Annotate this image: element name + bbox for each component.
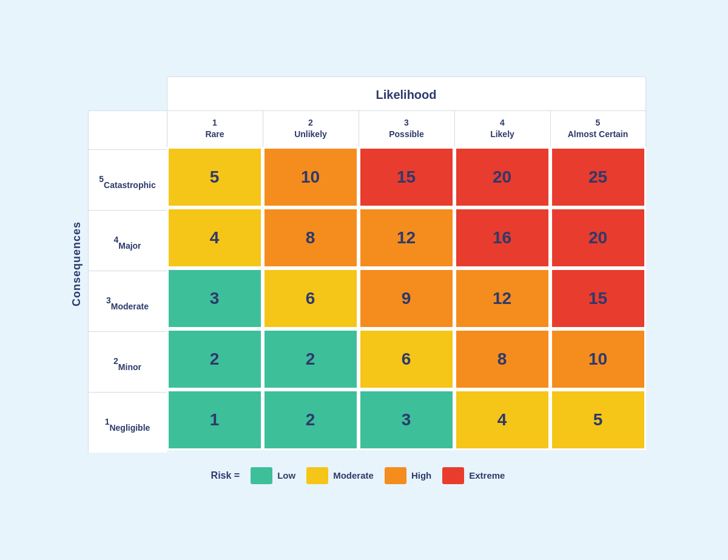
col-header: 3Possible: [359, 110, 454, 147]
grid-cell: 8: [454, 329, 550, 390]
grid-cell: 1: [167, 390, 263, 450]
grid-cell: 6: [359, 329, 454, 390]
grid-cell: 12: [454, 268, 550, 329]
col-header: 1Rare: [167, 110, 263, 147]
grid-cell: 20: [454, 147, 550, 207]
col-header: 5Almost Certain: [550, 110, 646, 147]
grid-cell: 9: [359, 268, 454, 329]
legend-item: Extreme: [442, 467, 505, 484]
grid-cell: 2: [263, 390, 359, 450]
grid-rows: 51015202548121620369121522681012345: [167, 147, 646, 450]
legend-item: High: [385, 467, 431, 484]
grid-cell: 15: [359, 147, 454, 207]
legend-label: Moderate: [333, 470, 374, 481]
legend-label: Extreme: [469, 470, 505, 481]
legend: Risk = LowModerateHighExtreme: [211, 467, 505, 484]
grid-cell: 20: [550, 207, 646, 268]
legend-label: Low: [277, 470, 295, 481]
grid-row: 12345: [167, 390, 646, 450]
grid-row: 48121620: [167, 207, 646, 268]
col-headers-and-grid: 1Rare2Unlikely3Possible4Likely5Almost Ce…: [167, 110, 646, 453]
grid-cell: 10: [263, 147, 359, 207]
grid-cell: 25: [550, 147, 646, 207]
legend-label: High: [411, 470, 431, 481]
grid-cell: 8: [263, 207, 359, 268]
likelihood-header: Likelihood: [167, 76, 646, 110]
row-labels-container: 5Catastrophic4Major3Moderate2Minor1Negli…: [88, 149, 167, 453]
grid-cell: 4: [454, 390, 550, 450]
grid-cell: 12: [359, 207, 454, 268]
legend-item: Low: [251, 467, 295, 484]
matrix-inner: Likelihood 5Catastrophic4Major3Moderate2…: [88, 76, 646, 453]
grid-cell: 2: [263, 329, 359, 390]
legend-swatch-moderate: [306, 467, 328, 484]
grid-cell: 3: [167, 268, 263, 329]
legend-swatch-extreme: [442, 467, 464, 484]
consequences-label: Consequences: [70, 221, 83, 306]
col-header: 2Unlikely: [263, 110, 359, 147]
grid-cell: 5: [167, 147, 263, 207]
legend-item: Moderate: [306, 467, 374, 484]
chart-container: Consequences Likelihood 5Catastrophic4Ma…: [58, 58, 670, 502]
grid-cell: 2: [167, 329, 263, 390]
grid-row: 226810: [167, 329, 646, 390]
grid-cell: 15: [550, 268, 646, 329]
row-label-cell: 2Minor: [88, 331, 167, 392]
legend-swatch-high: [385, 467, 406, 484]
grid-cell: 4: [167, 207, 263, 268]
corner-cell: [88, 110, 167, 149]
grid-section: 5Catastrophic4Major3Moderate2Minor1Negli…: [88, 110, 646, 453]
row-label-cell: 1Negligible: [88, 392, 167, 453]
col-headers-row: 1Rare2Unlikely3Possible4Likely5Almost Ce…: [167, 110, 646, 147]
row-label-cell: 5Catastrophic: [88, 149, 167, 210]
matrix-wrapper: Consequences Likelihood 5Catastrophic4Ma…: [70, 76, 646, 453]
legend-items: LowModerateHighExtreme: [251, 467, 505, 484]
row-label-cell: 4Major: [88, 210, 167, 271]
grid-cell: 16: [454, 207, 550, 268]
row-labels-col: 5Catastrophic4Major3Moderate2Minor1Negli…: [88, 110, 167, 453]
grid-cell: 5: [550, 390, 646, 450]
col-header: 4Likely: [454, 110, 550, 147]
grid-cell: 10: [550, 329, 646, 390]
row-label-cell: 3Moderate: [88, 271, 167, 331]
grid-row: 510152025: [167, 147, 646, 207]
legend-risk-label: Risk =: [211, 470, 240, 481]
legend-swatch-low: [251, 467, 272, 484]
grid-cell: 3: [359, 390, 454, 450]
grid-cell: 6: [263, 268, 359, 329]
grid-row: 3691215: [167, 268, 646, 329]
